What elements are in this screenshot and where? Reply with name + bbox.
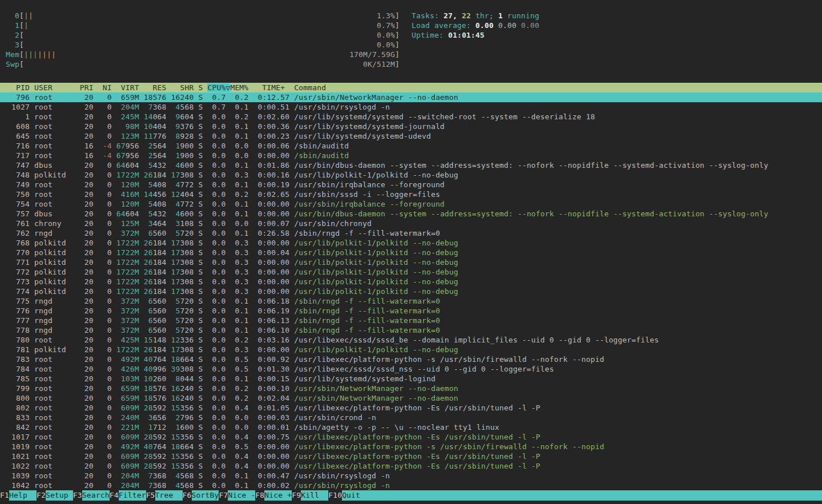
process-row[interactable]: 780 root 20 0 425M 15148 12336 S 0.0 0.2… — [0, 335, 822, 345]
fn-key-f2[interactable]: F2Setup — [37, 490, 73, 501]
process-command: /usr/lib/systemd/systemd-logind — [294, 374, 436, 383]
process-row[interactable]: 774 polkitd 20 0 1722M 26184 17308 S 0.0… — [0, 287, 822, 296]
process-row[interactable]: 748 polkitd 20 0 1722M 26184 17308 S 0.0… — [0, 170, 822, 180]
process-row[interactable]: 1021 root 20 0 609M 28592 15356 S 0.0 0.… — [0, 451, 822, 461]
process-command: /usr/sbin/irqbalance --foreground — [294, 200, 445, 208]
cpu3-meter: 3[0.0%] — [6, 40, 400, 50]
uptime-value: 01:01:45 — [448, 30, 485, 40]
function-key-bar: F1Help F2Setup F3SearchF4FilterF5Tree F6… — [0, 490, 822, 501]
process-row[interactable]: 771 polkitd 20 0 1722M 26184 17308 S 0.0… — [0, 257, 822, 267]
column-header-time[interactable]: TIME+ — [253, 83, 294, 92]
fn-key-f5[interactable]: F5Tree — [146, 490, 183, 501]
process-row[interactable]: 781 polkitd 20 0 1722M 26184 17308 S 0.0… — [0, 345, 822, 354]
fn-key-f1[interactable]: F1Help — [0, 490, 37, 501]
process-row[interactable]: 747 dbus 20 0 64604 5432 4600 S 0.0 0.1 … — [0, 160, 822, 170]
process-row[interactable]: 749 root 20 0 120M 5408 4772 S 0.0 0.1 0… — [0, 180, 822, 189]
process-command: /usr/sbin/NetworkManager --no-daemon — [294, 394, 458, 402]
process-row[interactable]: 775 rngd 20 0 372M 6560 5720 S 0.0 0.1 0… — [0, 296, 822, 306]
fn-key-f10[interactable]: F10Quit — [328, 490, 822, 501]
load-average-line: Load average: 0.00 0.00 0.00 — [412, 21, 539, 30]
process-row[interactable]: 762 rngd 20 0 372M 6560 5720 S 0.0 0.1 0… — [0, 228, 822, 238]
fn-key-number: F1 — [0, 490, 9, 501]
process-row[interactable]: 783 root 20 0 492M 40764 18664 S 0.0 0.5… — [0, 354, 822, 364]
process-command: /usr/sbin/irqbalance --foreground — [294, 180, 445, 189]
process-row[interactable]: 799 root 20 0 659M 18576 16240 S 0.0 0.2… — [0, 384, 822, 393]
column-header-s[interactable]: S — [198, 83, 207, 92]
process-command: /usr/lib/polkit-1/polkitd --no-debug — [294, 277, 458, 286]
column-header-res[interactable]: RES — [144, 83, 171, 92]
process-command: /sbin/rngd -f --fill-watermark=0 — [294, 297, 440, 305]
htop-terminal: 0[||1.3%] 1[|0.7%] 2[0.0%] 3[0.0%]Mem[||… — [0, 0, 822, 504]
process-command: /sbin/rngd -f --fill-watermark=0 — [294, 326, 440, 334]
process-command: /usr/bin/dbus-daemon --system --address=… — [294, 161, 768, 170]
process-row[interactable]: 772 polkitd 20 0 1722M 26184 17308 S 0.0… — [0, 267, 822, 277]
column-header-cpu-sorted[interactable]: CPU%▽ — [207, 83, 230, 92]
process-row[interactable]: 796 root 20 0 659M 18576 16240 S 0.7 0.2… — [0, 92, 822, 102]
column-header-ni[interactable]: NI — [98, 83, 116, 92]
process-command: /usr/lib/polkit-1/polkitd --no-debug — [294, 248, 458, 257]
fn-key-label: Nice + — [264, 490, 292, 501]
process-row[interactable]: 1 root 20 0 245M 14064 9604 S 0.0 0.2 0:… — [0, 112, 822, 122]
fn-key-label: SortBy — [192, 490, 219, 501]
column-header-pid[interactable]: PID — [7, 83, 34, 92]
process-row[interactable]: 1017 root 20 0 609M 28592 15356 S 0.0 0.… — [0, 432, 822, 442]
process-row[interactable]: 757 dbus 20 0 64604 5432 4600 S 0.0 0.1 … — [0, 209, 822, 219]
status-panel: Tasks: 27, 22 thr; 1 running Load averag… — [412, 11, 539, 40]
process-row[interactable]: 1042 root 20 0 204M 7368 4568 S 0.0 0.1 … — [0, 481, 822, 490]
column-header-user[interactable]: USER — [34, 83, 80, 92]
meter-panel: 0[||1.3%] 1[|0.7%] 2[0.0%] 3[0.0%]Mem[||… — [6, 11, 400, 69]
process-row[interactable]: 777 rngd 20 0 372M 6560 5720 S 0.0 0.1 0… — [0, 316, 822, 325]
process-row[interactable]: 785 root 20 0 103M 10260 8044 S 0.0 0.1 … — [0, 374, 822, 384]
fn-key-f9[interactable]: F9Kill — [292, 490, 328, 501]
swap-meter: Swp[0K/512M] — [6, 59, 400, 69]
process-row[interactable]: 776 rngd 20 0 372M 6560 5720 S 0.0 0.1 0… — [0, 306, 822, 316]
fn-key-f7[interactable]: F7Nice - — [219, 490, 255, 501]
process-command: /usr/lib/polkit-1/polkitd --no-debug — [294, 287, 458, 296]
process-row[interactable]: 717 root 16 -4 67956 2564 1900 S 0.0 0.0… — [0, 151, 822, 160]
fn-key-label: Search — [82, 490, 110, 501]
fn-key-f6[interactable]: F6SortBy — [183, 490, 219, 501]
process-row[interactable]: 778 rngd 20 0 372M 6560 5720 S 0.0 0.1 0… — [0, 325, 822, 335]
fn-key-number: F6 — [183, 490, 192, 501]
process-row[interactable]: 770 polkitd 20 0 1722M 26184 17308 S 0.0… — [0, 248, 822, 257]
fn-key-f4[interactable]: F4Filter — [110, 490, 146, 501]
fn-key-label: Setup — [46, 490, 73, 501]
process-table: PID USER PRI NI VIRT RES SHR S CPU%▽MEM%… — [0, 83, 822, 490]
process-command: /usr/sbin/rsyslogd -n — [294, 481, 390, 490]
column-header-pri[interactable]: PRI — [80, 83, 98, 92]
process-row[interactable]: 802 root 20 0 609M 28592 15356 S 0.0 0.4… — [0, 403, 822, 413]
process-row[interactable]: 608 root 20 0 98M 10404 9376 S 0.0 0.1 0… — [0, 122, 822, 131]
process-command: /usr/bin/dbus-daemon --system --address=… — [294, 209, 768, 218]
load-5min: 0.00 — [498, 21, 517, 30]
process-row[interactable]: 1022 root 20 0 609M 28592 15356 S 0.0 0.… — [0, 461, 822, 471]
process-row[interactable]: 1039 root 20 0 204M 7368 4568 S 0.0 0.1 … — [0, 471, 822, 481]
column-header-virt[interactable]: VIRT — [116, 83, 144, 92]
column-header-shr[interactable]: SHR — [171, 83, 199, 92]
process-row[interactable]: 833 root 20 0 240M 3656 2796 S 0.0 0.0 0… — [0, 413, 822, 422]
fn-key-number: F7 — [219, 490, 228, 501]
process-row[interactable]: 773 polkitd 20 0 1722M 26184 17308 S 0.0… — [0, 277, 822, 287]
column-header-mem[interactable]: MEM% — [230, 83, 253, 92]
process-row[interactable]: 842 root 20 0 221M 1712 1600 S 0.0 0.0 0… — [0, 422, 822, 432]
process-row[interactable]: 800 root 20 0 659M 18576 16240 S 0.0 0.2… — [0, 393, 822, 403]
process-row[interactable]: 716 root 16 -4 67956 2564 1900 S 0.0 0.0… — [0, 141, 822, 151]
column-header-command[interactable]: Command — [294, 83, 326, 92]
process-row[interactable]: 1027 root 20 0 204M 7368 4568 S 0.7 0.1 … — [0, 102, 822, 112]
process-command: /usr/sbin/NetworkManager --no-daemon — [294, 93, 458, 102]
process-row[interactable]: 645 root 20 0 123M 11776 8928 S 0.0 0.1 … — [0, 131, 822, 141]
table-header: PID USER PRI NI VIRT RES SHR S CPU%▽MEM%… — [0, 83, 822, 92]
process-row[interactable]: 768 polkitd 20 0 1722M 26184 17308 S 0.0… — [0, 238, 822, 248]
process-command: /usr/libexec/platform-python -Es /usr/sb… — [294, 404, 540, 412]
process-row[interactable]: 750 root 20 0 416M 14456 12404 S 0.0 0.2… — [0, 189, 822, 199]
process-row[interactable]: 1019 root 20 0 492M 40764 18664 S 0.0 0.… — [0, 442, 822, 451]
cpu0-meter: 0[||1.3%] — [6, 11, 400, 21]
fn-key-f3[interactable]: F3Search — [73, 490, 110, 501]
process-command: /usr/lib/systemd/systemd-journald — [294, 122, 445, 131]
process-row[interactable]: 754 root 20 0 120M 5408 4772 S 0.0 0.1 0… — [0, 199, 822, 209]
process-row[interactable]: 761 chrony 20 0 125M 3464 3108 S 0.0 0.0… — [0, 219, 822, 228]
process-row[interactable]: 784 root 20 0 426M 40996 39308 S 0.0 0.5… — [0, 364, 822, 374]
tasks-line: Tasks: 27, 22 thr; 1 running — [412, 11, 539, 21]
fn-key-f8[interactable]: F8Nice + — [255, 490, 292, 501]
process-command: /usr/sbin/crond -n — [294, 413, 376, 422]
fn-key-number: F2 — [37, 490, 46, 501]
